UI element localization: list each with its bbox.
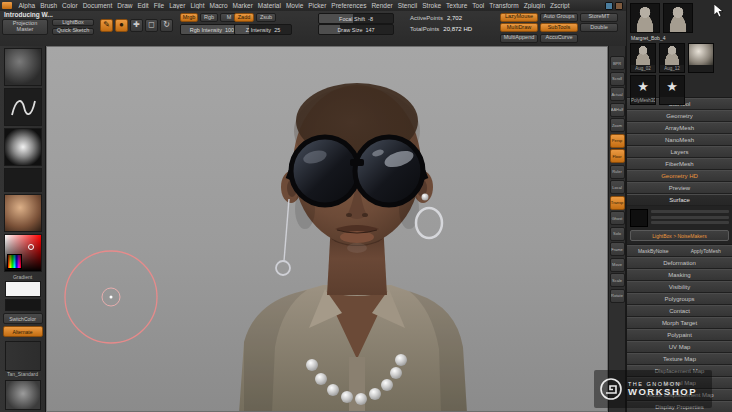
shelf-toggle-button[interactable]: Double	[580, 23, 618, 32]
tool-section[interactable]: Layers	[627, 146, 732, 158]
main-color-swatch[interactable]	[5, 281, 41, 297]
shelf-view-button[interactable]: Local	[610, 180, 625, 194]
switch-color-button[interactable]: SwitchColor	[3, 313, 43, 324]
shelf-view-button[interactable]: Floor	[610, 149, 625, 163]
z-intensity-slider[interactable]: Z Intensity 25	[234, 24, 292, 35]
tool-section[interactable]: Deformation	[627, 257, 732, 269]
tool-section[interactable]: Masking	[627, 269, 732, 281]
menu-item[interactable]: Tool	[470, 2, 487, 9]
tool-section[interactable]: Texture Map	[627, 353, 732, 365]
shelf-toggle-button[interactable]: SubTools	[540, 23, 578, 32]
shelf-view-button[interactable]: AAHalf	[610, 103, 625, 117]
paint-mode-button[interactable]: Rgb	[200, 13, 218, 22]
brush-thumbnail[interactable]	[4, 48, 42, 86]
texture-thumbnail[interactable]	[4, 168, 42, 192]
shelf-view-button[interactable]: Solo	[610, 227, 625, 241]
shelf-view-button[interactable]: Move	[610, 258, 625, 272]
menu-item[interactable]: Macro	[207, 2, 230, 9]
noise-preview[interactable]	[630, 209, 648, 227]
menu-item[interactable]: Zplugin	[521, 2, 547, 9]
shelf-toggle-button[interactable]: LazyMouse	[500, 13, 538, 22]
shelf-view-button[interactable]: Ruler	[610, 165, 625, 179]
shelf-toggle-button[interactable]: Auto Groups	[540, 13, 578, 22]
shelf-view-button[interactable]: Scale	[610, 273, 625, 287]
shelf-view-button[interactable]: Persp	[610, 134, 625, 148]
menu-item[interactable]: Marker	[230, 2, 255, 9]
menu-item[interactable]: Layer	[167, 2, 188, 9]
color-picker[interactable]	[4, 234, 42, 272]
mode-button[interactable]: ✚	[130, 19, 143, 32]
menu-item[interactable]: Texture	[444, 2, 470, 9]
shelf-toggle-button[interactable]: StoreMT	[580, 13, 618, 22]
tool-section[interactable]: Polypaint	[627, 329, 732, 341]
tool-thumbnail[interactable]	[688, 43, 714, 73]
shelf-view-button[interactable]: Actual	[610, 87, 625, 101]
menu-item[interactable]: Alpha	[16, 2, 38, 9]
menubar-help-icon[interactable]	[615, 2, 623, 10]
menu-item[interactable]: Light	[188, 2, 207, 9]
menu-item[interactable]: Stencil	[395, 2, 420, 9]
shelf-view-button[interactable]: Scroll	[610, 72, 625, 86]
menu-item[interactable]: Transform	[487, 2, 521, 9]
mode-button[interactable]: ●	[115, 19, 128, 32]
menu-item[interactable]: Draw	[115, 2, 135, 9]
draw-size-slider[interactable]: Draw Size 147	[318, 24, 394, 35]
tool-thumbnail[interactable]	[659, 75, 685, 105]
lightbox-button[interactable]: LightBox	[52, 19, 94, 26]
tool-section[interactable]: Visibility	[627, 281, 732, 293]
tool-section[interactable]: Preview	[627, 182, 732, 194]
shelf-view-button[interactable]: Transp	[610, 196, 625, 210]
menu-item[interactable]: Zscript	[548, 2, 573, 9]
alpha-thumbnail[interactable]	[4, 128, 42, 166]
menubar-swatch-icon[interactable]	[605, 2, 613, 10]
menu-item[interactable]: Preferences	[329, 2, 369, 9]
mode-button[interactable]: ✎	[100, 19, 113, 32]
projection-master-button[interactable]: Projection Master	[2, 19, 48, 35]
mode-button[interactable]: ↻	[160, 19, 173, 32]
material-thumbnail[interactable]	[4, 194, 42, 232]
alternate-button[interactable]: Alternate	[3, 326, 43, 337]
sculpt-mode-button[interactable]: Zsub	[256, 13, 276, 22]
menu-item[interactable]: Edit	[135, 2, 151, 9]
surface-action-button[interactable]: ApplyToMesh	[680, 245, 732, 257]
tool-section[interactable]: ArrayMesh	[627, 122, 732, 134]
menu-item[interactable]: Color	[60, 2, 81, 9]
tool-section[interactable]: Morph Target	[627, 317, 732, 329]
menu-item[interactable]: Material	[255, 2, 283, 9]
tool-thumbnail[interactable]: Aug_12	[659, 43, 685, 73]
noise-slider[interactable]	[651, 210, 729, 213]
zbrush-logo-icon[interactable]	[2, 2, 12, 9]
document-canvas[interactable]	[46, 46, 608, 412]
tool-section[interactable]: Geometry HD	[627, 170, 732, 182]
tool-thumbnail[interactable]	[663, 3, 693, 33]
shelf-toggle-button[interactable]: MultiAppend	[500, 34, 538, 43]
tool-thumbnail[interactable]: PolyMesh3D	[630, 75, 656, 105]
menu-item[interactable]: Picker	[306, 2, 329, 9]
menu-item[interactable]: Document	[80, 2, 115, 9]
current-brush-thumbnail[interactable]	[5, 380, 41, 410]
menu-item[interactable]: Brush	[38, 2, 60, 9]
focal-shift-slider[interactable]: Focal Shift -8	[318, 13, 394, 24]
menu-item[interactable]: Movie	[283, 2, 305, 9]
tool-section[interactable]: NanoMesh	[627, 134, 732, 146]
noise-slider[interactable]	[651, 221, 729, 224]
shelf-view-button[interactable]: BPR	[610, 56, 625, 70]
hue-strip[interactable]	[7, 254, 22, 269]
shelf-toggle-button[interactable]: MultiDraw	[500, 23, 538, 32]
mode-button[interactable]: ◻	[145, 19, 158, 32]
noisemakers-button[interactable]: LightBox > NoiseMakers	[630, 230, 729, 241]
quick-sketch-button[interactable]: Quick Sketch	[52, 28, 94, 35]
paint-mode-button[interactable]: Mrgb	[180, 13, 198, 22]
tool-section[interactable]: Polygroups	[627, 293, 732, 305]
current-material-thumbnail[interactable]	[5, 341, 41, 371]
tool-section[interactable]: Contact	[627, 305, 732, 317]
menu-item[interactable]: Render	[369, 2, 395, 9]
menu-item[interactable]: Stroke	[420, 2, 444, 9]
surface-action-button[interactable]: MaskByNoise	[627, 245, 680, 257]
shelf-toggle-button[interactable]: AccuCurve	[540, 34, 578, 43]
tool-thumbnail[interactable]	[630, 3, 660, 33]
tool-section-surface[interactable]: Surface	[627, 194, 732, 206]
shelf-view-button[interactable]: Rotate	[610, 289, 625, 303]
tool-section[interactable]: FiberMesh	[627, 158, 732, 170]
shelf-view-button[interactable]: Ghost	[610, 211, 625, 225]
